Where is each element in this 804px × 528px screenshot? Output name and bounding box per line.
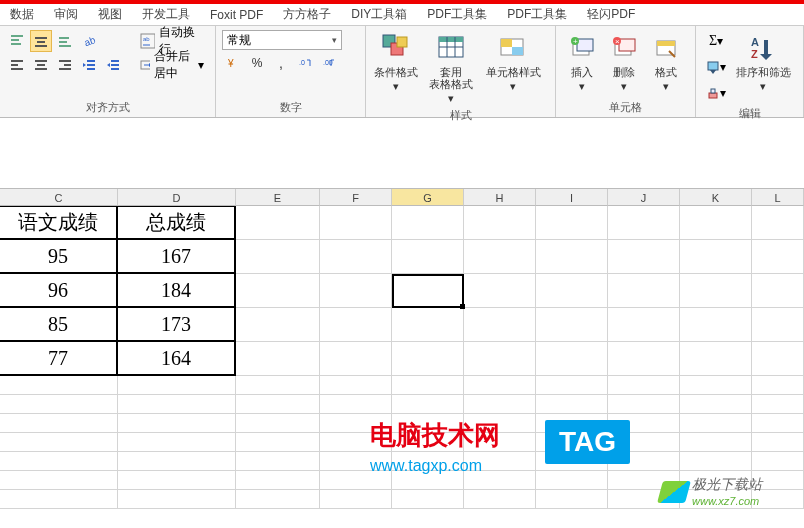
svg-marker-22 bbox=[83, 63, 86, 67]
group-cells-label: 单元格 bbox=[562, 98, 689, 115]
tab-review[interactable]: 审阅 bbox=[44, 3, 88, 26]
clear-icon[interactable]: ▾ bbox=[702, 82, 730, 104]
number-format-value: 常规 bbox=[227, 32, 251, 49]
tab-pdf-tools2[interactable]: PDF工具集 bbox=[497, 3, 577, 26]
svg-rect-57 bbox=[709, 93, 717, 98]
data-cell[interactable]: 95 bbox=[0, 240, 118, 274]
svg-marker-56 bbox=[710, 70, 716, 74]
table-format-icon bbox=[435, 32, 467, 64]
svg-rect-19 bbox=[87, 60, 95, 62]
col-header-c[interactable]: C bbox=[0, 189, 118, 206]
chevron-down-icon: ▾ bbox=[332, 35, 337, 45]
group-alignment-label: 对齐方式 bbox=[6, 98, 209, 115]
comma-icon[interactable]: , bbox=[270, 52, 292, 74]
increase-indent-icon[interactable] bbox=[102, 54, 124, 76]
orientation-icon[interactable]: ab bbox=[78, 30, 100, 52]
svg-rect-3 bbox=[35, 37, 47, 39]
decrease-decimal-icon[interactable]: .00 bbox=[318, 52, 340, 74]
insert-button[interactable]: + 插入 ▾ bbox=[562, 30, 602, 94]
col-header-d[interactable]: D bbox=[118, 189, 236, 206]
align-center-icon[interactable] bbox=[30, 54, 52, 76]
delete-icon: × bbox=[608, 32, 640, 64]
tab-foxit-pdf[interactable]: Foxit PDF bbox=[200, 5, 273, 25]
svg-rect-11 bbox=[11, 68, 23, 70]
col-header-j[interactable]: J bbox=[608, 189, 680, 206]
wrap-icon: ab bbox=[140, 33, 155, 49]
col-header-h[interactable]: H bbox=[464, 189, 536, 206]
data-cell[interactable]: 164 bbox=[118, 342, 236, 376]
tab-diy[interactable]: DIY工具箱 bbox=[341, 3, 417, 26]
svg-rect-6 bbox=[59, 37, 69, 39]
conditional-format-button[interactable]: 条件格式 ▾ bbox=[372, 30, 420, 94]
svg-rect-10 bbox=[11, 64, 18, 66]
conditional-format-icon bbox=[380, 32, 412, 64]
col-header-g[interactable]: G bbox=[392, 189, 464, 206]
header-cell[interactable]: 语文成绩 bbox=[0, 206, 118, 240]
format-table-button[interactable]: 套用 表格格式 ▾ bbox=[422, 30, 480, 106]
svg-rect-24 bbox=[111, 64, 119, 66]
format-icon bbox=[650, 32, 682, 64]
ribbon-tabs: 数据 审阅 视图 开发工具 Foxit PDF 方方格子 DIY工具箱 PDF工… bbox=[0, 4, 804, 26]
svg-text:Z: Z bbox=[751, 48, 758, 60]
tab-pdf-tools[interactable]: PDF工具集 bbox=[417, 3, 497, 26]
svg-rect-55 bbox=[708, 62, 718, 70]
chevron-down-icon: ▾ bbox=[663, 80, 669, 92]
tab-data[interactable]: 数据 bbox=[0, 3, 44, 26]
svg-text:×: × bbox=[615, 37, 620, 46]
svg-text:A: A bbox=[751, 36, 759, 48]
tab-qspdf[interactable]: 轻闪PDF bbox=[577, 3, 645, 26]
svg-text:¥: ¥ bbox=[227, 58, 234, 69]
number-format-dropdown[interactable]: 常规 ▾ bbox=[222, 30, 342, 50]
align-middle-icon[interactable] bbox=[30, 30, 52, 52]
svg-rect-7 bbox=[59, 41, 67, 43]
tab-developer[interactable]: 开发工具 bbox=[132, 3, 200, 26]
data-cell[interactable]: 96 bbox=[0, 274, 118, 308]
col-header-e[interactable]: E bbox=[236, 189, 320, 206]
cell-styles-button[interactable]: 单元格样式 ▾ bbox=[482, 30, 544, 94]
data-cell[interactable]: 167 bbox=[118, 240, 236, 274]
col-header-l[interactable]: L bbox=[752, 189, 804, 206]
fill-icon[interactable]: ▾ bbox=[702, 56, 730, 78]
autosum-icon[interactable]: Σ▾ bbox=[702, 30, 730, 52]
data-cell[interactable]: 85 bbox=[0, 308, 118, 342]
ribbon: ab ab 自动换行 合并后居中 ▾ 对齐方式 bbox=[0, 26, 804, 118]
watermark-url: www.tagxp.com bbox=[370, 457, 500, 475]
col-header-i[interactable]: I bbox=[536, 189, 608, 206]
delete-button[interactable]: × 删除 ▾ bbox=[604, 30, 644, 94]
data-cell[interactable]: 173 bbox=[118, 308, 236, 342]
header-cell[interactable]: 总成绩 bbox=[118, 206, 236, 240]
svg-rect-13 bbox=[37, 64, 45, 66]
sort-filter-button[interactable]: AZ 排序和筛选 ▾ bbox=[732, 30, 794, 94]
currency-icon[interactable]: ¥ bbox=[222, 52, 244, 74]
decrease-indent-icon[interactable] bbox=[78, 54, 100, 76]
format-button[interactable]: 格式 ▾ bbox=[646, 30, 686, 94]
watermark-tagxp: 电脑技术网 www.tagxp.com bbox=[370, 418, 500, 475]
svg-rect-17 bbox=[59, 68, 71, 70]
table-row: 语文成绩 总成绩 bbox=[0, 206, 804, 240]
data-cell[interactable]: 77 bbox=[0, 342, 118, 376]
svg-rect-58 bbox=[711, 89, 715, 93]
svg-rect-21 bbox=[87, 68, 95, 70]
align-top-icon[interactable] bbox=[6, 30, 28, 52]
svg-rect-50 bbox=[619, 39, 635, 51]
col-header-f[interactable]: F bbox=[320, 189, 392, 206]
tab-ffgz[interactable]: 方方格子 bbox=[273, 3, 341, 26]
tab-view[interactable]: 视图 bbox=[88, 3, 132, 26]
align-left-icon[interactable] bbox=[6, 54, 28, 76]
increase-decimal-icon[interactable]: .0 bbox=[294, 52, 316, 74]
svg-rect-16 bbox=[64, 64, 71, 66]
data-cell[interactable]: 184 bbox=[118, 274, 236, 308]
percent-icon[interactable]: % bbox=[246, 52, 268, 74]
svg-marker-61 bbox=[760, 40, 772, 60]
merge-center-button[interactable]: 合并后居中 ▾ bbox=[135, 54, 209, 76]
merge-label: 合并后居中 bbox=[154, 48, 194, 82]
jiguang-name: 极光下载站 bbox=[692, 476, 762, 492]
svg-rect-54 bbox=[657, 41, 675, 46]
sort-filter-icon: AZ bbox=[747, 32, 779, 64]
chevron-down-icon: ▾ bbox=[579, 80, 585, 92]
col-header-k[interactable]: K bbox=[680, 189, 752, 206]
chevron-down-icon: ▾ bbox=[448, 92, 454, 104]
align-bottom-icon[interactable] bbox=[54, 30, 76, 52]
align-right-icon[interactable] bbox=[54, 54, 76, 76]
svg-rect-20 bbox=[87, 64, 95, 66]
